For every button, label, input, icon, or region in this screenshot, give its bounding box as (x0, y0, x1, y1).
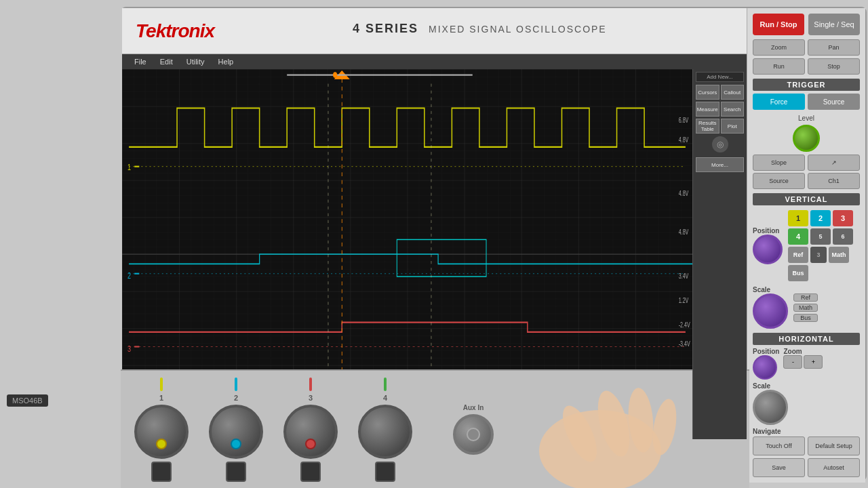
menu-utility[interactable]: Utility (180, 54, 212, 69)
svg-point-22 (333, 72, 337, 78)
results-table-button[interactable]: Results Table (696, 119, 719, 134)
save-button[interactable]: Save (753, 458, 805, 477)
aux-in-area: Aux In (453, 404, 494, 455)
run-stop-button[interactable]: Run / Stop (753, 14, 804, 35)
ch2-physical-knob[interactable] (209, 405, 263, 459)
horizontal-scale-area: Scale (753, 382, 860, 425)
vertical-scale-knob[interactable] (753, 293, 788, 329)
small-btn-row-2: Run Stop (753, 58, 860, 75)
series-type: MIXED SIGNAL OSCILLOSCOPE (429, 24, 607, 35)
ch4-button[interactable]: 4 (788, 228, 808, 245)
svg-point-43 (592, 388, 636, 460)
series-info: 4 SERIES MIXED SIGNAL OSCILLOSCOPE (353, 22, 607, 36)
menu-file[interactable]: File (127, 54, 153, 69)
menu-bar: File Edit Utility Help (122, 54, 747, 69)
vertical-position-knob[interactable] (753, 235, 783, 264)
aux-in-connector (453, 414, 494, 455)
math-btn-vertical[interactable]: Math (793, 304, 818, 312)
trigger-section-header: TRIGGER (753, 79, 860, 91)
ch3-physical-knob[interactable] (283, 405, 338, 459)
ch4-connector (375, 462, 395, 482)
stop-btn-small[interactable]: Stop (808, 58, 860, 75)
ch1-color-bar (160, 378, 163, 391)
vertical-scale-area: Scale Ref Math Bus (753, 286, 860, 329)
slope-btn[interactable]: Slope (753, 155, 805, 171)
ch2-connector (226, 462, 246, 482)
ch1-physical-knob[interactable] (134, 405, 189, 459)
ref-btn-vertical[interactable]: Ref (793, 293, 818, 302)
ch6-button[interactable]: 6 (833, 228, 853, 245)
ch4-color-bar (384, 378, 387, 391)
trigger-source-btn[interactable]: Source (808, 94, 860, 110)
horizontal-zoom-label: Zoom (783, 348, 823, 355)
vertical-section-header: VERTICAL (753, 193, 860, 205)
vertical-scale-label: Scale (753, 286, 788, 293)
model-label: MSO46B (7, 394, 48, 407)
search-button[interactable]: Search (721, 102, 745, 117)
autoset-button[interactable]: Autoset (808, 458, 860, 477)
more-button[interactable]: More... (696, 157, 744, 172)
left-side-panel: MSO46B (0, 0, 122, 488)
hand-svg (478, 369, 682, 488)
bus-btn-vertical[interactable]: Bus (793, 314, 818, 322)
measure-search-row: Measure Search (696, 102, 744, 117)
single-seq-button[interactable]: Single / Seq (808, 14, 860, 35)
bus-button[interactable]: Bus (788, 265, 808, 281)
ref-button[interactable]: Ref (788, 247, 808, 263)
svg-text:4.8V: 4.8V (679, 228, 689, 237)
ch1-knob-indicator (156, 439, 167, 449)
results-plot-row: Results Table Plot (696, 119, 744, 134)
menu-edit[interactable]: Edit (153, 54, 180, 69)
math-button[interactable]: Math (829, 247, 849, 263)
trigger-level-knob[interactable] (793, 125, 820, 152)
ch3-physical: 3 (283, 378, 338, 482)
svg-point-46 (556, 401, 604, 467)
svg-text:4.8V: 4.8V (679, 136, 689, 144)
navigate-label: Navigate (753, 428, 860, 435)
horizontal-position-knob[interactable] (753, 355, 777, 380)
ch4-physical-knob[interactable] (358, 405, 412, 459)
zoom-in-btn[interactable]: + (804, 355, 823, 369)
cursors-button[interactable]: Cursors (696, 85, 719, 100)
add-new-button[interactable]: Add New... (696, 72, 744, 82)
ch2-button[interactable]: 2 (810, 210, 831, 226)
ch3-connector (300, 462, 321, 482)
display-right-menu: Add New... Cursors Callout Measure Searc… (692, 69, 747, 439)
run-btn-small[interactable]: Run (753, 58, 805, 75)
bottom-action-area: Touch Off Default Setup Save Autoset (753, 436, 860, 477)
vertical-position-label: Position (753, 227, 783, 235)
ch1-physical: 1 (134, 378, 189, 482)
horizontal-scale-knob[interactable] (753, 390, 788, 425)
svg-point-44 (626, 387, 656, 454)
measure-button[interactable]: Measure (696, 102, 719, 117)
right-panel: Run / Stop Single / Seq Zoom Pan Run Sto… (747, 8, 865, 483)
slope-dir-btn[interactable]: ↗ (808, 155, 860, 171)
ch7-button[interactable]: 3 (810, 247, 827, 263)
svg-text:1.2V: 1.2V (679, 297, 689, 305)
ch3-knob-indicator (305, 439, 316, 449)
menu-help[interactable]: Help (212, 54, 241, 69)
source-val-btn[interactable]: Ch1 (808, 173, 860, 189)
ch1-button[interactable]: 1 (788, 210, 808, 226)
default-setup-button[interactable]: Default Setup (808, 436, 860, 455)
svg-text:-3.4V: -3.4V (679, 340, 690, 348)
ch3-button[interactable]: 3 (833, 210, 853, 226)
cursors-callout-row: Cursors Callout (696, 85, 744, 100)
horizontal-scale-label: Scale (753, 382, 788, 390)
ch1-number: 1 (159, 394, 163, 402)
ch5-button[interactable]: 5 (810, 228, 831, 245)
brand-area: Tektronix (136, 20, 214, 42)
ch2-number: 2 (234, 394, 238, 402)
horizontal-position-label: Position (753, 348, 779, 355)
callout-button[interactable]: Callout (721, 85, 745, 100)
trigger-section: Force Source Level Slope ↗ Source Ch1 (753, 94, 860, 189)
zoom-out-btn[interactable]: - (783, 355, 802, 369)
force-button[interactable]: Force (753, 94, 805, 110)
channel-buttons: 1 2 3 4 5 6 Ref 3 Math Bus (788, 210, 860, 281)
vertical-position-area: Position 1 2 3 4 5 6 Ref 3 Math Bus (753, 208, 860, 283)
pan-btn[interactable]: Pan (808, 39, 860, 56)
touch-off-button[interactable]: Touch Off (753, 436, 805, 455)
source-btn[interactable]: Source (753, 173, 805, 189)
zoom-btn-top[interactable]: Zoom (753, 39, 805, 56)
plot-button[interactable]: Plot (721, 119, 745, 134)
